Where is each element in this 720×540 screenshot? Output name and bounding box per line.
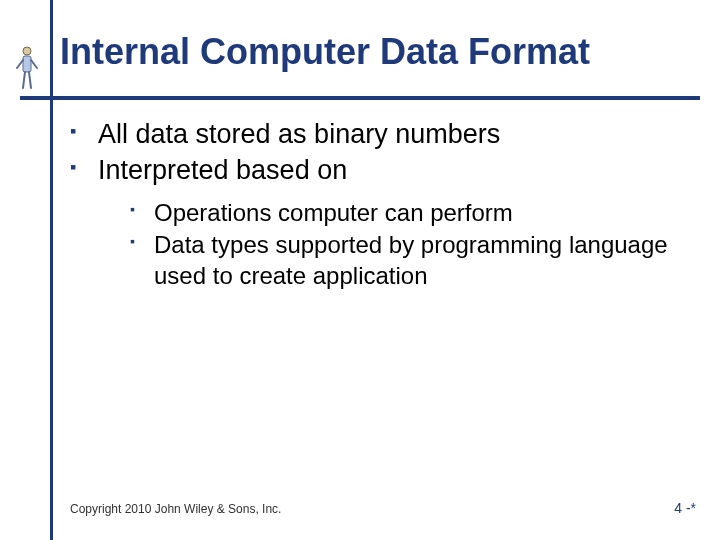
slide-content: All data stored as binary numbers Interp… (70, 118, 680, 294)
bullet-text: All data stored as binary numbers (98, 119, 500, 149)
slide: Internal Computer Data Format All data s… (0, 0, 720, 540)
horizontal-rule (20, 96, 700, 100)
svg-line-4 (23, 72, 25, 88)
bullet-text: Data types supported by programming lang… (154, 231, 668, 289)
footer-page-number: 4 -* (674, 500, 696, 516)
footer-copyright: Copyright 2010 John Wiley & Sons, Inc. (70, 502, 281, 516)
svg-line-3 (31, 60, 37, 68)
list-item: Operations computer can perform (130, 198, 680, 229)
svg-line-2 (17, 60, 23, 68)
list-item: Interpreted based on Operations computer… (70, 154, 680, 292)
bullet-text: Operations computer can perform (154, 199, 513, 226)
svg-rect-1 (23, 56, 31, 72)
slide-title: Internal Computer Data Format (60, 32, 700, 72)
svg-point-0 (23, 47, 31, 55)
decorative-figure-icon (12, 44, 42, 92)
bullet-list-level1: All data stored as binary numbers Interp… (70, 118, 680, 292)
bullet-text: Interpreted based on (98, 155, 347, 185)
svg-line-5 (29, 72, 31, 88)
list-item: Data types supported by programming lang… (130, 230, 680, 291)
vertical-rule (50, 0, 53, 540)
list-item: All data stored as binary numbers (70, 118, 680, 152)
bullet-list-level2: Operations computer can perform Data typ… (98, 198, 680, 292)
